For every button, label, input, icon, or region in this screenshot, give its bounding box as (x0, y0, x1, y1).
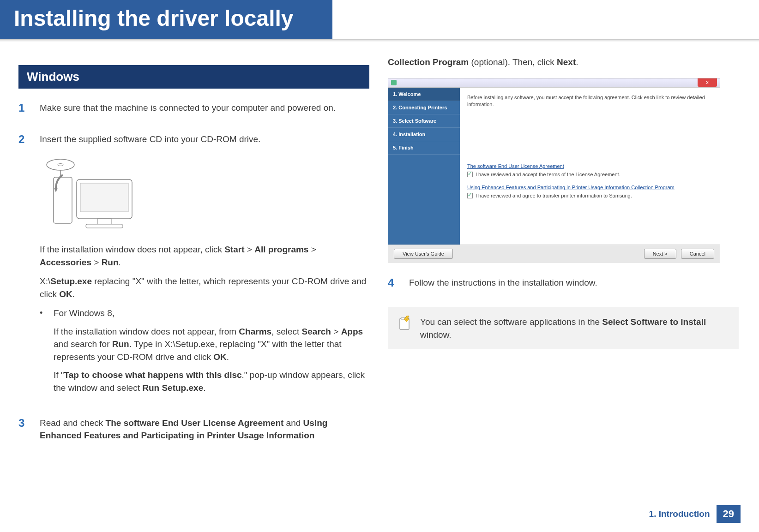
close-button[interactable]: x (698, 78, 717, 87)
step-body: Read and check The software End User Lic… (40, 417, 369, 448)
sidebar-step-finish: 5. Finish (388, 141, 460, 155)
svg-rect-5 (97, 219, 111, 224)
step3-continuation: Collection Program (optional). Then, cli… (388, 56, 739, 69)
sidebar-step-select-software: 3. Select Software (388, 114, 460, 128)
installer-main-panel: Before installing any software, you must… (460, 88, 720, 245)
view-users-guide-button[interactable]: View User's Guide (394, 249, 453, 259)
step3-text: Read and check The software End User Lic… (40, 417, 369, 442)
left-column: Windows 1 Make sure that the machine is … (18, 56, 369, 460)
step-3: 3 Read and check The software End User L… (18, 417, 369, 448)
next-button[interactable]: Next > (644, 249, 676, 259)
eula-checkbox-label: I have reviewed and accept the terms of … (476, 172, 620, 177)
svg-rect-4 (80, 183, 128, 212)
bullet-marker: • (40, 307, 44, 400)
step-text: Follow the instructions in the installat… (409, 276, 597, 289)
bullet-lead: For Windows 8, (54, 307, 369, 320)
bullet-p1: If the installation window does not appe… (54, 325, 369, 364)
bullet-windows8: • For Windows 8, If the installation win… (40, 307, 369, 400)
usage-checkbox-row: I have reviewed and agree to transfer pr… (467, 193, 712, 198)
eula-checkbox-row: I have reviewed and accept the terms of … (467, 172, 712, 177)
installer-screenshot: x 1. Welcome 2. Connecting Printers 3. S… (388, 78, 720, 263)
note-box: You can select the software applications… (388, 307, 739, 349)
cancel-button[interactable]: Cancel (681, 249, 714, 259)
note-text: You can select the software applications… (420, 316, 729, 341)
step-text: Insert the supplied software CD into you… (40, 133, 369, 146)
eula-link[interactable]: The software End User License Agreement (467, 163, 712, 169)
svg-rect-6 (86, 224, 123, 228)
installer-body: 1. Welcome 2. Connecting Printers 3. Sel… (388, 88, 720, 245)
step-number: 2 (18, 133, 30, 405)
step-4: 4 Follow the instructions in the install… (388, 276, 739, 296)
right-column: Collection Program (optional). Then, cli… (388, 56, 739, 460)
step-1: 1 Make sure that the machine is connecte… (18, 102, 369, 121)
content-columns: Windows 1 Make sure that the machine is … (0, 42, 759, 460)
bullet-p2: If "Tap to choose what happens with this… (54, 369, 369, 394)
step-text: Make sure that the machine is connected … (40, 102, 336, 114)
installer-titlebar: x (388, 78, 720, 88)
usage-checkbox[interactable] (467, 193, 473, 198)
section-heading-windows: Windows (18, 65, 369, 89)
footer-page-number: 29 (717, 505, 741, 523)
installer-sidebar: 1. Welcome 2. Connecting Printers 3. Sel… (388, 88, 460, 245)
page-header: Installing the driver locally (0, 0, 759, 42)
step-number: 1 (18, 102, 30, 121)
installer-app-icon (391, 80, 397, 85)
svg-point-1 (58, 164, 63, 166)
page-title: Installing the driver locally (0, 0, 332, 39)
usage-checkbox-label: I have reviewed and agree to transfer pr… (476, 193, 632, 198)
eula-checkbox[interactable] (467, 172, 473, 177)
step-number: 4 (388, 276, 399, 296)
installer-footer: View User's Guide Next > Cancel (388, 245, 720, 263)
step-number: 3 (18, 417, 30, 448)
footer-chapter: 1. Introduction (649, 509, 717, 519)
step2-note1: If the installation window does not appe… (40, 243, 369, 269)
enhanced-features-link[interactable]: Using Enhanced Features and Participatin… (467, 185, 712, 190)
header-divider (0, 39, 759, 42)
note-icon (397, 316, 412, 330)
sidebar-step-installation: 4. Installation (388, 128, 460, 141)
step-2: 2 Insert the supplied software CD into y… (18, 133, 369, 405)
step-body: Follow the instructions in the installat… (409, 276, 597, 296)
bullet-body: For Windows 8, If the installation windo… (54, 307, 369, 400)
step-body: Insert the supplied software CD into you… (40, 133, 369, 405)
cd-into-computer-illustration (40, 152, 141, 235)
step-body: Make sure that the machine is connected … (40, 102, 336, 121)
sidebar-step-welcome: 1. Welcome (388, 88, 460, 101)
page-footer: 1. Introduction 29 (649, 505, 741, 523)
step2-note2: X:\Setup.exe replacing "X" with the lett… (40, 275, 369, 300)
installer-intro-text: Before installing any software, you must… (467, 94, 712, 108)
sidebar-step-connecting: 2. Connecting Printers (388, 101, 460, 114)
